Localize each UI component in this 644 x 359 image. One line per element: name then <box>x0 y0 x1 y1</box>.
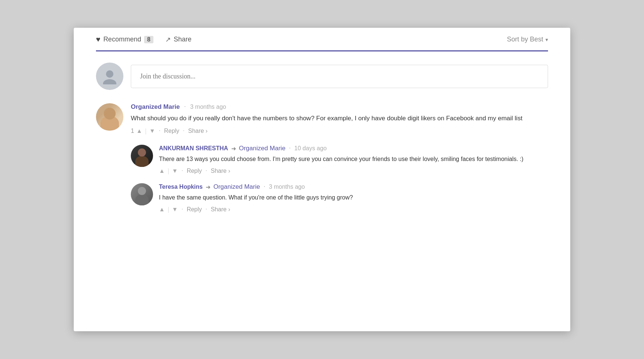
share-action-1[interactable]: Share › <box>188 128 208 134</box>
vote-count-1: 1 <box>131 128 134 134</box>
sort-button[interactable]: Sort by Best ▾ <box>507 36 548 43</box>
vote-divider-teresa: | <box>168 206 169 213</box>
downvote-icon-1[interactable]: ▼ <box>149 128 155 134</box>
reply-author-teresa[interactable]: Teresa Hopkins <box>159 184 203 190</box>
reply-actions-teresa: ▲ | ▼ · Reply · Share › <box>159 206 548 213</box>
reply-actions-ankurman: ▲ | ▼ · Reply · Share › <box>159 168 548 174</box>
svg-point-0 <box>106 70 113 78</box>
action-dot-ankurman-1: · <box>182 168 183 174</box>
recommend-button[interactable]: ♥ Recommend 8 <box>96 35 153 44</box>
comment-organized-marie: Organized Marie · 3 months ago What shou… <box>96 103 548 134</box>
upvote-icon-1[interactable]: ▲ <box>136 128 142 134</box>
replies-section: ANKURMAN SHRESTHA ➜ Organized Marie · 10… <box>131 145 548 222</box>
top-accent <box>74 28 570 29</box>
reply-text-ankurman: There are 13 ways you could choose from.… <box>159 155 548 164</box>
avatar-teresa <box>131 183 153 205</box>
share-action-teresa[interactable]: Share › <box>211 206 230 213</box>
reply-teresa: Teresa Hopkins ➜ Organized Marie · 3 mon… <box>131 183 548 213</box>
action-dot-2: · <box>183 128 185 134</box>
share-icon: ↗ <box>165 36 171 44</box>
share-label: Share <box>174 36 192 43</box>
share-button[interactable]: ↗ Share <box>165 36 192 44</box>
reply-header-teresa: Teresa Hopkins ➜ Organized Marie · 3 mon… <box>159 183 548 191</box>
reply-time-ankurman: 10 days ago <box>294 145 326 152</box>
reply-to-teresa[interactable]: Organized Marie <box>213 183 260 191</box>
comment-author-1[interactable]: Organized Marie <box>131 103 180 111</box>
reply-header-ankurman: ANKURMAN SHRESTHA ➜ Organized Marie · 10… <box>159 145 548 152</box>
comment-actions-1: 1 ▲ | ▼ · Reply · Share › <box>131 128 548 134</box>
reply-time-teresa: 3 months ago <box>269 184 305 190</box>
chevron-down-icon: ▾ <box>545 37 548 43</box>
comment-section: Organized Marie · 3 months ago What shou… <box>96 103 548 222</box>
downvote-icon-ankurman[interactable]: ▼ <box>172 168 178 174</box>
avatar-organized-marie <box>96 103 123 131</box>
top-left-actions: ♥ Recommend 8 ↗ Share <box>96 35 192 44</box>
comment-separator-1: · <box>184 104 186 110</box>
svg-point-1 <box>103 79 116 84</box>
comment-header-1: Organized Marie · 3 months ago <box>131 103 548 111</box>
reply-separator-ankurman: · <box>289 145 291 152</box>
reply-to-ankurman[interactable]: Organized Marie <box>239 145 286 152</box>
current-user-avatar <box>96 63 123 90</box>
comment-time-1: 3 months ago <box>190 104 226 110</box>
discussion-input-row <box>96 63 548 90</box>
reply-author-ankurman[interactable]: ANKURMAN SHRESTHA <box>159 145 228 152</box>
discussion-input[interactable] <box>131 65 548 88</box>
comment-card: ♥ Recommend 8 ↗ Share Sort by Best ▾ <box>74 28 570 331</box>
reply-button-1[interactable]: Reply <box>164 128 179 134</box>
reply-button-ankurman[interactable]: Reply <box>187 168 202 174</box>
action-dot-ankurman-2: · <box>206 168 207 174</box>
downvote-icon-teresa[interactable]: ▼ <box>172 206 178 213</box>
reply-ankurman: ANKURMAN SHRESTHA ➜ Organized Marie · 10… <box>131 145 548 174</box>
reply-body-teresa: Teresa Hopkins ➜ Organized Marie · 3 mon… <box>159 183 548 213</box>
reply-arrow-ankurman: ➜ <box>231 145 236 152</box>
user-placeholder-icon <box>102 68 118 84</box>
vote-divider-ankurman: | <box>168 168 169 174</box>
recommend-label: Recommend <box>103 36 141 43</box>
action-dot-teresa-1: · <box>182 206 183 213</box>
reply-separator-teresa: · <box>264 184 265 190</box>
reply-arrow-teresa: ➜ <box>206 184 210 191</box>
recommend-count: 8 <box>144 36 153 43</box>
upvote-icon-teresa[interactable]: ▲ <box>159 206 165 213</box>
top-bar: ♥ Recommend 8 ↗ Share Sort by Best ▾ <box>96 28 548 51</box>
reply-button-teresa[interactable]: Reply <box>187 206 202 213</box>
sort-label: Sort by Best <box>507 36 543 43</box>
action-dot-teresa-2: · <box>206 206 207 213</box>
heart-icon: ♥ <box>96 35 100 44</box>
avatar-ankurman <box>131 145 153 167</box>
reply-text-teresa: I have the same question. What if you're… <box>159 193 548 202</box>
share-action-ankurman[interactable]: Share › <box>211 168 230 174</box>
action-dot-1: · <box>159 128 160 134</box>
comment-text-1: What should you do if you really don't h… <box>131 114 548 123</box>
reply-body-ankurman: ANKURMAN SHRESTHA ➜ Organized Marie · 10… <box>159 145 548 174</box>
vote-divider-1: | <box>145 128 146 134</box>
comment-body-1: Organized Marie · 3 months ago What shou… <box>131 103 548 134</box>
upvote-icon-ankurman[interactable]: ▲ <box>159 168 165 174</box>
